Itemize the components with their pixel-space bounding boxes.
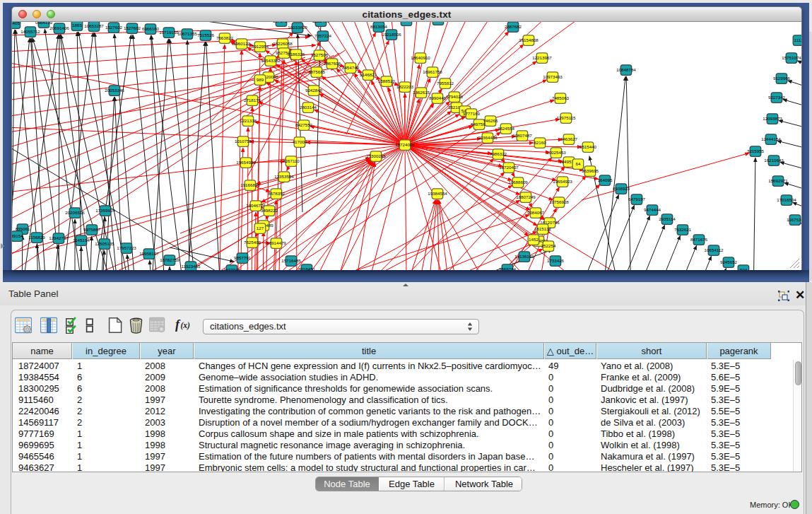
svg-text:19166825: 19166825 (240, 182, 260, 187)
svg-text:16543382: 16543382 (261, 58, 281, 63)
svg-text:8813054: 8813054 (370, 24, 388, 29)
svg-text:9146821: 9146821 (360, 72, 377, 77)
svg-text:8960123: 8960123 (233, 41, 251, 46)
svg-text:9857791: 9857791 (234, 255, 252, 260)
svg-text:19654923: 19654923 (236, 160, 256, 165)
svg-text:15226058: 15226058 (273, 41, 293, 46)
svg-text:4627048: 4627048 (223, 267, 241, 270)
svg-text:39154: 39154 (12, 233, 23, 238)
svg-text:9527508: 9527508 (311, 52, 329, 57)
svg-text:12444154: 12444154 (761, 136, 781, 141)
svg-text:1733426: 1733426 (547, 258, 565, 263)
svg-text:2387682: 2387682 (505, 24, 522, 29)
svg-text:0564139: 0564139 (35, 22, 53, 25)
svg-text:14136141: 14136141 (514, 254, 534, 259)
svg-text:9639695: 9639695 (582, 168, 599, 173)
svg-text:9227342: 9227342 (768, 95, 786, 100)
svg-text:18640910: 18640910 (411, 55, 430, 60)
svg-text:9777169: 9777169 (463, 111, 481, 116)
svg-text:16961758: 16961758 (423, 69, 442, 74)
svg-text:2718176: 2718176 (244, 98, 261, 103)
svg-text:1588520: 1588520 (378, 78, 396, 83)
svg-text:14055712: 14055712 (20, 29, 40, 34)
svg-text:924: 924 (740, 267, 748, 270)
svg-text:16782759: 16782759 (160, 257, 180, 262)
svg-text:7625402: 7625402 (244, 240, 261, 245)
svg-text:12213967: 12213967 (532, 55, 552, 60)
svg-text:12942737: 12942737 (49, 235, 69, 240)
svg-text:20053346: 20053346 (105, 88, 124, 93)
svg-text:9975867: 9975867 (83, 227, 101, 232)
svg-text:15720407: 15720407 (499, 165, 519, 170)
svg-text:10688609: 10688609 (508, 180, 528, 185)
svg-text:10958107: 10958107 (139, 251, 159, 256)
svg-text:10025453: 10025453 (546, 150, 566, 155)
svg-text:20691406: 20691406 (49, 25, 69, 30)
svg-text:18807249: 18807249 (516, 194, 536, 199)
svg-text:16033809: 16033809 (288, 25, 307, 30)
svg-text:164095: 164095 (598, 177, 613, 182)
svg-text:8186328: 8186328 (288, 52, 305, 57)
svg-text:2935114: 2935114 (659, 216, 676, 221)
svg-text:9129966: 9129966 (773, 76, 791, 81)
svg-text:6479197: 6479197 (628, 197, 646, 201)
svg-text:8454749: 8454749 (342, 65, 360, 70)
svg-text:20206516: 20206516 (65, 210, 85, 215)
svg-text:8427552: 8427552 (295, 122, 313, 127)
svg-text:(x): (x) (181, 321, 191, 330)
svg-text:6966160: 6966160 (142, 26, 160, 31)
svg-text:7515526: 7515526 (197, 33, 215, 37)
svg-text:10973493: 10973493 (543, 74, 563, 79)
svg-text:12093873: 12093873 (763, 116, 782, 121)
svg-text:3875685: 3875685 (308, 69, 326, 74)
svg-text:8471676: 8471676 (690, 237, 708, 242)
svg-text:7955812: 7955812 (437, 81, 454, 86)
svg-text:12505135: 12505135 (95, 241, 114, 246)
svg-text:1669784: 1669784 (499, 267, 517, 270)
svg-text:3624554: 3624554 (498, 126, 515, 131)
svg-text:1156829: 1156829 (28, 235, 45, 240)
svg-text:3215955: 3215955 (747, 148, 765, 153)
svg-text:746266: 746266 (483, 118, 498, 123)
svg-text:127: 127 (257, 226, 264, 230)
svg-text:8938923: 8938923 (613, 186, 630, 191)
svg-text:417004: 417004 (293, 139, 307, 144)
svg-text:7485063: 7485063 (552, 95, 570, 100)
svg-text:9474444: 9474444 (644, 207, 661, 212)
svg-text:8990448: 8990448 (429, 95, 447, 100)
svg-text:17359924: 17359924 (95, 208, 115, 213)
svg-text:8018451: 8018451 (298, 267, 316, 270)
svg-text:10848784: 10848784 (616, 67, 636, 72)
svg-text:1362615: 1362615 (413, 90, 430, 95)
svg-text:6794028: 6794028 (446, 94, 464, 99)
svg-text:1527602: 1527602 (124, 25, 141, 30)
svg-text:7632621: 7632621 (674, 227, 692, 232)
svg-text:10653287: 10653287 (84, 23, 104, 28)
svg-text:2388496: 2388496 (312, 22, 330, 23)
svg-text:1822203: 1822203 (396, 84, 414, 89)
svg-text:19384554: 19384554 (428, 191, 447, 196)
svg-text:16914479: 16914479 (266, 240, 286, 245)
svg-text:1221338: 1221338 (240, 118, 257, 123)
svg-text:1010755: 1010755 (235, 139, 252, 144)
svg-text:9515440: 9515440 (579, 144, 597, 149)
svg-text:8678352: 8678352 (268, 191, 286, 196)
svg-text:1527602: 1527602 (105, 25, 123, 30)
svg-text:1452: 1452 (529, 237, 539, 242)
svg-text:62160: 62160 (534, 140, 546, 145)
svg-text:1865: 1865 (72, 23, 82, 28)
svg-text:2867608: 2867608 (324, 61, 341, 66)
svg-text:1112: 1112 (794, 37, 801, 42)
svg-text:9242848: 9242848 (305, 88, 323, 93)
svg-text:11923465: 11923465 (181, 264, 201, 269)
svg-text:17016504: 17016504 (777, 197, 796, 202)
svg-text:12975115: 12975115 (556, 115, 576, 120)
svg-text:12353594: 12353594 (274, 174, 294, 179)
svg-text:989: 989 (257, 77, 264, 82)
svg-text:7663822: 7663822 (216, 35, 234, 40)
svg-text:15751074: 15751074 (782, 55, 801, 60)
svg-text:5376724: 5376724 (273, 22, 290, 23)
svg-text:252254: 252254 (541, 243, 556, 248)
svg-text:9245652: 9245652 (720, 259, 738, 264)
svg-text:16210643: 16210643 (764, 158, 784, 163)
